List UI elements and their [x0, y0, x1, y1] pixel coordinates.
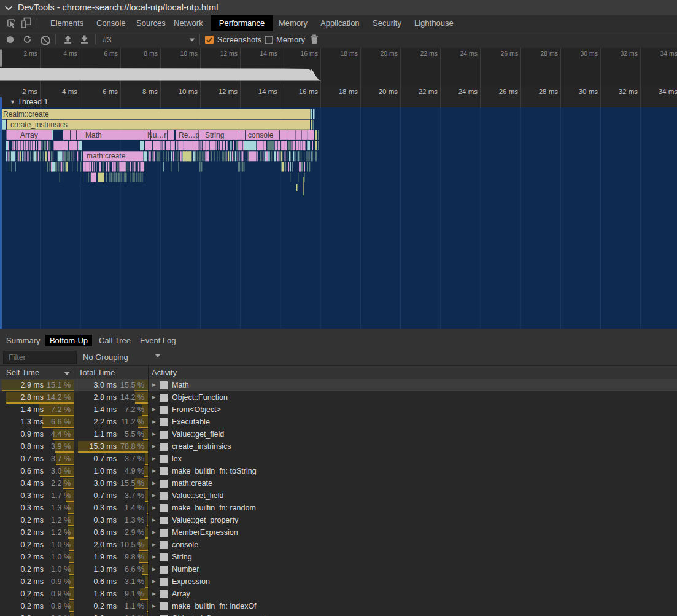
svg-text:Realm::create: Realm::create	[3, 110, 49, 119]
svg-text:console: console	[248, 131, 274, 139]
svg-text:String: String	[205, 131, 224, 139]
svg-text:Array: Array	[20, 131, 38, 139]
svg-text:create_instrinsics: create_instrinsics	[10, 120, 68, 129]
svg-text:math:create: math:create	[87, 152, 126, 160]
svg-text:Nu…r: Nu…r	[147, 131, 166, 139]
svg-text:Re…p: Re…p	[179, 131, 199, 139]
svg-text:Math: Math	[85, 131, 102, 139]
